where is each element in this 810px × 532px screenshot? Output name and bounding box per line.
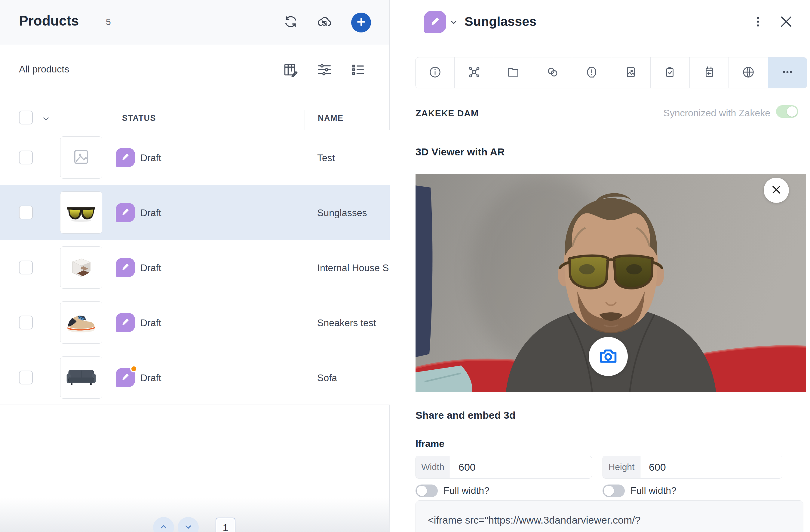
table-row-selected[interactable]: Draft Sunglasses [0,185,390,240]
pencil-icon [430,16,441,28]
image-icon [624,65,638,80]
full-width-label: Full width? [631,485,677,496]
table-row[interactable]: Draft Internal House S [0,240,390,295]
chevron-down-icon [184,522,193,532]
width-label: Width [416,456,450,478]
viewer-title: 3D Viewer with AR [416,146,505,158]
page-number-input[interactable]: 1 [215,518,236,532]
column-header-status[interactable]: STATUS [122,114,156,123]
row-checkbox[interactable] [19,205,33,219]
chevron-down-icon[interactable] [42,114,50,124]
tab-links[interactable] [533,57,572,88]
column-divider [305,110,305,130]
table-row[interactable]: Draft Test [0,130,390,185]
status-badge [116,148,135,167]
notification-dot [130,365,137,372]
table-row[interactable]: Draft Sofa [0,350,390,405]
status-badge [116,258,135,277]
row-checkbox[interactable] [19,370,33,384]
product-name: Sunglasses [317,207,389,218]
status-label: Draft [141,372,161,383]
pencil-icon [120,207,130,218]
products-panel: Products 5 All products [0,0,390,532]
tab-globe[interactable] [729,57,768,88]
tab-tasks[interactable] [651,57,690,88]
products-count: 5 [106,17,111,27]
sofa-image [64,360,99,396]
detail-tabbar [415,57,807,88]
select-all-checkbox[interactable] [19,111,33,124]
tab-issues[interactable] [572,57,611,88]
filters-button[interactable] [316,62,333,79]
refresh-button[interactable] [282,14,299,31]
folder-icon [506,65,520,80]
clipboard-check-icon [663,65,677,80]
edit-columns-button[interactable] [282,62,299,79]
full-width-toggle-width[interactable] [416,484,438,497]
link-icon [546,65,560,80]
tab-folder[interactable] [494,57,533,88]
product-name: Internal House S [317,262,389,273]
draft-status-badge[interactable] [424,11,446,33]
cloud-sync-icon [317,14,332,31]
full-width-toggle-height[interactable] [602,484,625,497]
product-name: Sneakers test [317,317,389,329]
sunglasses-image [64,195,99,231]
status-label: Draft [141,207,161,218]
toggle-knob [604,486,614,496]
width-input-group: Width [416,456,592,479]
tab-import[interactable] [690,57,729,88]
row-checkbox[interactable] [19,316,33,329]
embed-code-block[interactable]: <iframe src="https://www.3dandarviewer.c… [416,500,804,532]
height-input-group: Height [602,456,782,479]
status-badge [116,313,135,332]
sync-label: Syncronized with Zakeke [663,107,770,119]
list-view-button[interactable] [350,62,367,79]
toggle-knob [417,486,427,496]
pencil-icon [120,372,130,383]
status-label: Draft [141,152,161,164]
close-viewer-button[interactable] [764,178,789,203]
table-row[interactable]: Draft Sneakers test [0,295,390,350]
section-title: ZAKEKE DAM [416,108,479,118]
column-header-name[interactable]: NAME [318,114,344,123]
filter-label[interactable]: All products [19,64,69,75]
sync-toggle[interactable] [776,105,798,118]
page-title: Products [19,13,79,29]
tab-media[interactable] [611,57,650,88]
full-width-label: Full width? [443,485,489,496]
pencil-icon [120,262,130,273]
iframe-section-title: Iframe [416,438,444,449]
ar-viewer[interactable] [416,174,806,392]
refresh-icon [283,14,298,31]
height-label: Height [603,456,641,478]
chevron-down-icon[interactable] [450,18,458,28]
product-thumbnail [60,247,102,288]
info-icon [428,65,442,80]
tab-relations[interactable] [455,57,494,88]
capture-photo-button[interactable] [589,337,628,376]
close-panel-button[interactable] [778,14,795,31]
warning-icon [585,65,599,80]
row-checkbox[interactable] [19,151,33,164]
detail-title: Sunglasses [465,14,536,29]
more-menu-button[interactable] [751,13,765,31]
product-thumbnail [60,356,102,399]
product-thumbnail [60,192,102,234]
house-model-image [64,249,99,285]
add-product-button[interactable] [351,13,371,32]
tab-info[interactable] [416,57,455,88]
plus-icon [356,17,366,28]
close-icon [778,14,794,31]
sliders-icon [317,62,332,79]
product-name: Test [317,152,389,164]
product-thumbnail [60,136,102,179]
status-label: Draft [141,317,161,329]
product-thumbnail [60,301,102,344]
row-checkbox[interactable] [19,261,33,275]
cloud-sync-button[interactable] [316,14,333,31]
camera-icon [597,345,619,368]
width-input[interactable] [450,456,592,478]
height-input[interactable] [641,456,782,478]
tab-more[interactable] [768,57,807,88]
